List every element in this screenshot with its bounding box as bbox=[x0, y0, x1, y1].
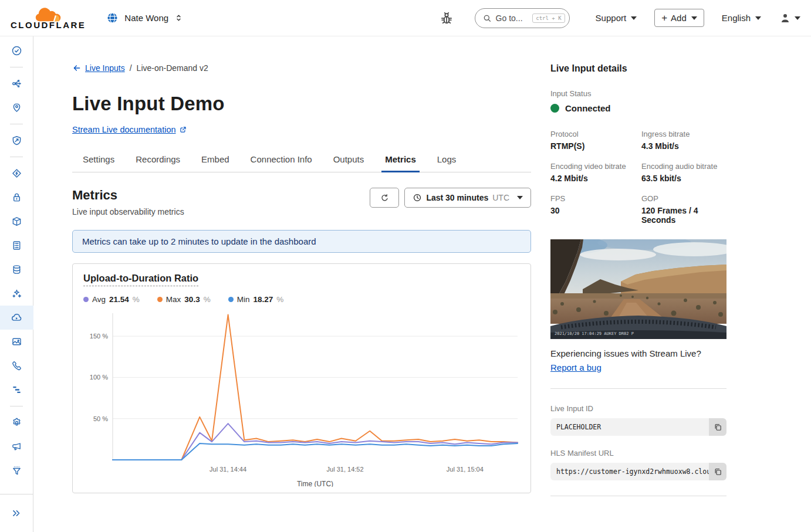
search-placeholder: Go to... bbox=[496, 13, 529, 23]
plus-icon: + bbox=[661, 14, 667, 22]
breadcrumb-back-label: Live Inputs bbox=[85, 63, 125, 73]
double-chevron-right-icon bbox=[10, 507, 23, 520]
caret-down-icon bbox=[517, 196, 523, 199]
global-search[interactable]: Go to... ctrl + K bbox=[475, 8, 570, 28]
stream-docs-link[interactable]: Stream Live documentation bbox=[72, 125, 187, 134]
sidebar-item-stream[interactable] bbox=[0, 306, 33, 330]
database-icon bbox=[11, 263, 23, 276]
chart-legend: Avg 21.54 % Max 30.3 % Min 18.27 % bbox=[83, 295, 520, 304]
sidebar-item-zaraz[interactable] bbox=[0, 378, 33, 402]
field-value: RTMP(S) bbox=[550, 141, 641, 151]
sidebar-item-server-rack[interactable] bbox=[0, 233, 33, 257]
report-bug-link[interactable]: Report a bug bbox=[550, 362, 602, 372]
account-name: Nate Wong bbox=[124, 13, 168, 23]
add-label: Add bbox=[671, 13, 687, 23]
gear-icon bbox=[11, 416, 23, 429]
refresh-button[interactable] bbox=[370, 188, 399, 208]
tab-metrics[interactable]: Metrics bbox=[385, 151, 416, 172]
center-column: Live Inputs / Live-on-Demand v2 Live Inp… bbox=[72, 63, 531, 532]
svg-text:150 %: 150 % bbox=[90, 333, 108, 340]
search-icon bbox=[482, 13, 492, 23]
tab-settings[interactable]: Settings bbox=[83, 151, 114, 172]
live-preview-video[interactable]: 2021/10/20 17:04:29 AUKEY DR02 P bbox=[550, 239, 726, 339]
preview-timestamp-overlay: 2021/10/20 17:04:29 AUKEY DR02 P bbox=[555, 331, 634, 336]
live-input-details-panel: Live Input details Input Status Connecte… bbox=[550, 63, 726, 532]
panel-divider bbox=[550, 496, 726, 496]
field-gop: GOP 120 Frames / 4 Seconds bbox=[641, 194, 726, 225]
legend-value: 21.54 bbox=[109, 295, 129, 304]
breadcrumb-back-link[interactable]: Live Inputs bbox=[72, 63, 125, 73]
sidebar-item-ssl[interactable] bbox=[0, 185, 33, 209]
legend-unit: % bbox=[204, 295, 211, 304]
tab-logs[interactable]: Logs bbox=[437, 151, 457, 172]
bug-report-icon[interactable] bbox=[438, 10, 455, 26]
sidebar-item-history-clock[interactable] bbox=[0, 39, 33, 63]
tab-outputs[interactable]: Outputs bbox=[333, 151, 364, 172]
cloudflare-wordmark: CLOUDFLARE bbox=[11, 20, 86, 30]
hls-manifest-value: https://customer-igynxd2rwhmuoxw8.cloudf bbox=[550, 463, 709, 480]
sidebar-item-security[interactable] bbox=[0, 128, 33, 153]
metrics-info-banner: Metrics can take up to 2 minutes to upda… bbox=[72, 230, 531, 253]
support-label: Support bbox=[596, 13, 627, 23]
cloudflare-logo[interactable]: CLOUDFLARE bbox=[11, 6, 86, 30]
sidebar-item-notifications[interactable] bbox=[0, 435, 33, 459]
copy-hls-manifest-button[interactable] bbox=[709, 463, 726, 480]
external-link-icon bbox=[179, 126, 187, 134]
map-pin-icon bbox=[11, 101, 23, 114]
field-fps: FPS 30 bbox=[550, 194, 641, 225]
sidebar-item-ai[interactable] bbox=[0, 282, 33, 306]
language-menu[interactable]: English bbox=[722, 13, 761, 23]
server-rack-icon bbox=[11, 239, 23, 252]
sidebar-item-r2-storage[interactable] bbox=[0, 209, 33, 233]
sidebar-item-database[interactable] bbox=[0, 257, 33, 282]
live-input-id-label: Live Input ID bbox=[550, 404, 726, 413]
clock-icon bbox=[413, 193, 422, 202]
metrics-heading: Metrics bbox=[72, 188, 184, 203]
tab-embed[interactable]: Embed bbox=[201, 151, 229, 172]
legend-item-avg[interactable]: Avg 21.54 % bbox=[83, 295, 140, 304]
svg-text:Jul 31, 14:52: Jul 31, 14:52 bbox=[327, 466, 364, 473]
tab-connection-info[interactable]: Connection Info bbox=[251, 151, 312, 172]
sidebar-item-calls[interactable] bbox=[0, 354, 33, 378]
legend-dot-min bbox=[228, 297, 234, 302]
field-label: GOP bbox=[641, 194, 726, 203]
legend-dot-avg bbox=[83, 297, 89, 302]
field-label: FPS bbox=[550, 194, 641, 203]
sidebar-item-location[interactable] bbox=[0, 96, 33, 120]
hls-manifest-field: https://customer-igynxd2rwhmuoxw8.cloudf bbox=[550, 463, 726, 480]
sidebar-item-images[interactable] bbox=[0, 330, 33, 354]
storage-cube-icon bbox=[11, 215, 23, 228]
sidebar-item-filter[interactable] bbox=[0, 459, 33, 483]
stream-issues-question: Experiencing issues with Stream Live? bbox=[550, 348, 726, 358]
sidebar-item-traffic[interactable] bbox=[0, 72, 33, 96]
status-dot bbox=[550, 104, 559, 113]
tab-recordings[interactable]: Recordings bbox=[136, 151, 180, 172]
legend-item-min[interactable]: Min 18.27 % bbox=[228, 295, 284, 304]
legend-item-max[interactable]: Max 30.3 % bbox=[157, 295, 211, 304]
user-menu[interactable] bbox=[779, 12, 800, 25]
images-icon bbox=[11, 336, 23, 348]
svg-text:100 %: 100 % bbox=[90, 374, 108, 381]
caret-down-icon bbox=[631, 16, 637, 20]
sidebar bbox=[0, 36, 33, 532]
time-range-dropdown[interactable]: Last 30 minutes UTC bbox=[404, 188, 531, 208]
metrics-subheading: Live input observability metrics bbox=[72, 207, 184, 216]
sidebar-bottom bbox=[0, 494, 33, 532]
copy-live-input-id-button[interactable] bbox=[709, 418, 726, 436]
sidebar-divider bbox=[10, 157, 23, 157]
field-value: 120 Frames / 4 Seconds bbox=[641, 206, 726, 225]
field-audio-bitrate: Encoding audio bitrate 63.5 kbit/s bbox=[641, 162, 726, 183]
sidebar-item-settings[interactable] bbox=[0, 411, 33, 435]
field-label: Ingress bitrate bbox=[641, 130, 726, 138]
field-video-bitrate: Encoding video bitrate 4.2 Mbit/s bbox=[550, 162, 641, 183]
sidebar-item-speed[interactable] bbox=[0, 161, 33, 185]
traffic-share-icon bbox=[11, 77, 23, 90]
time-range-zone: UTC bbox=[492, 193, 509, 202]
add-button[interactable]: + Add bbox=[654, 9, 704, 27]
account-switcher[interactable]: Nate Wong bbox=[106, 11, 184, 25]
field-value: 63.5 kbit/s bbox=[641, 174, 726, 183]
support-menu[interactable]: Support bbox=[596, 13, 637, 23]
sidebar-collapse-toggle[interactable] bbox=[0, 494, 33, 532]
chart-title: Upload-to-Duration Ratio bbox=[83, 273, 198, 286]
field-ingress-bitrate: Ingress bitrate 4.3 Mbit/s bbox=[641, 130, 726, 151]
